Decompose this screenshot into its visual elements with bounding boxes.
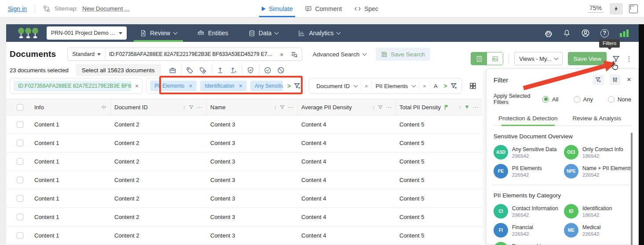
column-menu-icon[interactable]: ⋯ bbox=[288, 104, 294, 111]
remove-chip-icon[interactable]: × bbox=[419, 82, 430, 90]
sort-icon[interactable]: ↑ bbox=[274, 104, 277, 111]
filter-badge-item[interactable]: ASDAny Sensitive Data296542 bbox=[494, 145, 560, 160]
filter-badge-item[interactable]: PEPII Elements226542 bbox=[494, 164, 560, 178]
pin-column-icon[interactable] bbox=[101, 104, 107, 110]
sitemap-page-select[interactable]: New Document ... bbox=[82, 5, 129, 12]
filter-badge-item[interactable]: OCIOnly Contact Info186542 bbox=[564, 145, 631, 160]
filter-badge-item[interactable]: MEMedical226542 bbox=[564, 223, 631, 238]
views-dropdown[interactable]: Views - My... bbox=[514, 52, 563, 65]
column-header-document-id[interactable]: Document ID ↑ ⋯ bbox=[111, 99, 207, 115]
clear-search-icon[interactable]: × bbox=[277, 51, 286, 58]
block-circle-icon[interactable] bbox=[274, 67, 288, 74]
column-header-info[interactable]: Info bbox=[31, 99, 111, 115]
nav-item-review[interactable]: Review bbox=[133, 24, 184, 42]
row-checkbox[interactable] bbox=[17, 195, 23, 202]
column-menu-icon[interactable]: ⋯ bbox=[386, 104, 392, 111]
filter-tab-protection-detection[interactable]: Protection & Detection bbox=[494, 111, 563, 126]
list-view-button[interactable] bbox=[471, 52, 487, 65]
filter-badge-item[interactable]: FIFinancial226542 bbox=[494, 223, 560, 238]
row-checkbox[interactable] bbox=[17, 177, 23, 183]
close-panel-icon[interactable]: × bbox=[627, 75, 631, 84]
user-account-icon[interactable] bbox=[581, 29, 590, 37]
column-filter-chip[interactable]: A bbox=[430, 83, 441, 89]
row-checkbox[interactable] bbox=[17, 140, 23, 146]
column-filter-chip[interactable]: PII Elements bbox=[372, 83, 419, 89]
select-all-button[interactable]: Select all 15623 documents bbox=[76, 64, 161, 76]
search-scope-dropdown[interactable]: Standard bbox=[68, 48, 106, 60]
search-list-icon[interactable] bbox=[286, 51, 302, 58]
tab-simulate[interactable]: Simulate bbox=[262, 0, 293, 17]
column-header-average-pii-density[interactable]: Average PII Density ↑ ⋯ bbox=[298, 99, 396, 115]
app-logo-icon[interactable] bbox=[18, 27, 39, 39]
scale-fit-button[interactable] bbox=[629, 4, 638, 13]
row-checkbox[interactable] bbox=[17, 214, 23, 220]
filter-chip[interactable]: PII Elements× bbox=[150, 81, 197, 91]
remove-chip-icon[interactable]: × bbox=[361, 82, 372, 90]
nav-item-data[interactable]: Data bbox=[242, 24, 285, 42]
more-options-icon[interactable]: ⋮ bbox=[626, 58, 632, 60]
expand-chips-icon[interactable]: > bbox=[287, 82, 291, 89]
filter-chip[interactable]: Any Sensitive Da bbox=[250, 81, 283, 91]
assign-user-icon[interactable] bbox=[214, 67, 227, 74]
apply-radio-none[interactable]: None bbox=[608, 96, 631, 103]
column-menu-icon[interactable]: ⋯ bbox=[472, 104, 479, 111]
filter-badge-item[interactable]: CIContact Information296542 bbox=[494, 204, 560, 219]
signal-bars-icon[interactable] bbox=[619, 29, 629, 37]
settings-gear-icon[interactable] bbox=[544, 29, 553, 37]
unassign-user-icon[interactable] bbox=[227, 67, 240, 74]
clear-filters-icon[interactable] bbox=[293, 82, 301, 90]
tag-icon[interactable] bbox=[183, 67, 197, 74]
table-row[interactable]: Content 1Content 2Content 3Content 4Cont… bbox=[6, 115, 482, 134]
approve-circle-icon[interactable] bbox=[261, 67, 274, 74]
zoom-level[interactable]: 75% bbox=[588, 4, 604, 13]
column-filter-icon[interactable] bbox=[188, 104, 194, 110]
save-search-button[interactable]: Save Search bbox=[376, 48, 430, 61]
remove-chip-icon[interactable]: × bbox=[189, 82, 192, 89]
search-input[interactable]: ID:F027358AFA288EE 82A7E22179E2B3E BF633… bbox=[106, 51, 277, 57]
select-all-checkbox[interactable] bbox=[17, 104, 23, 111]
sort-icon[interactable]: ↑ bbox=[459, 104, 462, 111]
help-icon[interactable]: ? bbox=[600, 29, 609, 37]
row-checkbox[interactable] bbox=[17, 121, 23, 128]
project-selector[interactable]: PRN-001 Project Demo Active... bbox=[47, 26, 127, 40]
briefcase-icon[interactable] bbox=[166, 67, 179, 74]
advanced-search-dropdown[interactable]: Advanced Search bbox=[313, 51, 366, 58]
column-filter-active-icon[interactable] bbox=[464, 104, 470, 110]
apply-radio-all[interactable]: All bbox=[542, 96, 558, 103]
expand-chips-icon[interactable]: > bbox=[444, 82, 447, 89]
filter-badge-item[interactable]: DEDemographic296542 bbox=[494, 242, 560, 245]
row-checkbox[interactable] bbox=[17, 232, 23, 239]
filter-settings-icon[interactable] bbox=[609, 74, 621, 85]
clear-all-filters-icon[interactable] bbox=[593, 74, 604, 85]
search-filter-chip[interactable]: ID:F027358AFA288EE 82A7E22179E2B3E BF633… bbox=[14, 81, 132, 91]
row-checkbox[interactable] bbox=[17, 158, 23, 165]
column-filter-icon[interactable] bbox=[279, 104, 285, 110]
filter-badge-item[interactable]: IDIdentification186542 bbox=[564, 204, 631, 219]
clear-filters-icon[interactable] bbox=[450, 82, 458, 90]
table-row[interactable]: Content 1Content 2Content 3Content 4Cont… bbox=[6, 171, 482, 189]
table-row[interactable]: Content 1Content 2Content 3Content 4Cont… bbox=[6, 189, 482, 208]
shield-check-icon[interactable] bbox=[244, 67, 257, 74]
nav-item-entities[interactable]: Entities bbox=[190, 24, 235, 42]
tab-spec[interactable]: Spec bbox=[354, 0, 378, 17]
column-menu-icon[interactable]: ⋯ bbox=[197, 104, 203, 111]
save-view-button[interactable]: Save View bbox=[568, 52, 607, 65]
interactions-button[interactable] bbox=[610, 3, 623, 15]
notifications-bell-icon[interactable] bbox=[563, 29, 571, 37]
apply-radio-any[interactable]: Any bbox=[574, 96, 593, 103]
filter-badge-item[interactable]: NPEName + PII Elements226542 bbox=[564, 164, 631, 178]
table-row[interactable]: Content 1Content 2Content 3Content 4Cont… bbox=[6, 226, 482, 245]
column-filter-chip[interactable]: Document ID bbox=[313, 83, 361, 89]
sort-icon[interactable]: ↑ bbox=[372, 104, 375, 111]
filter-chip[interactable]: Identification× bbox=[200, 81, 247, 91]
tag-remove-icon[interactable] bbox=[197, 67, 210, 74]
table-row[interactable]: Content 1Content 2Content 3Content 4Cont… bbox=[6, 208, 482, 226]
remove-chip-icon[interactable]: × bbox=[239, 82, 242, 89]
column-filter-icon[interactable] bbox=[377, 104, 383, 110]
column-header-name[interactable]: Name ↑ ⋯ bbox=[207, 99, 298, 115]
tab-comment[interactable]: Comment bbox=[305, 0, 342, 17]
card-view-button[interactable] bbox=[487, 52, 503, 65]
table-row[interactable]: Content 1Content 2Content 3Content 4Cont… bbox=[6, 152, 482, 171]
panel-scrollbar[interactable] bbox=[631, 133, 633, 245]
sign-in-link[interactable]: Sign in bbox=[8, 5, 27, 12]
